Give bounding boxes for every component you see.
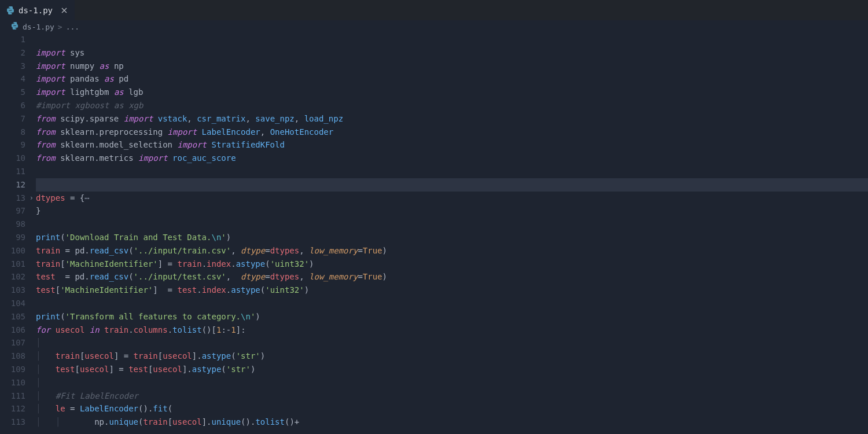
line-number[interactable]: 12 [0,178,25,192]
line-number[interactable]: 106 [0,323,25,337]
code-line[interactable]: dtypes = {⋯ [36,192,868,205]
code-line[interactable] [36,165,868,178]
fold-chevron-icon[interactable]: › [30,192,34,205]
line-number[interactable]: 5 [0,86,25,99]
code-line[interactable]: from sklearn.metrics import roc_auc_scor… [36,152,868,165]
code-line[interactable]: from sklearn.preprocessing import LabelE… [36,126,868,139]
line-number[interactable]: 102 [0,270,25,284]
line-number[interactable]: 1 [0,33,25,46]
line-number[interactable]: 97 [0,204,25,218]
code-line[interactable]: train = pd.read_csv('../input/train.csv'… [36,244,868,258]
code-line[interactable]: │ [36,376,868,389]
code-editor[interactable]: 12345678910111213›9798991001011021031041… [0,33,868,434]
python-icon [6,6,15,15]
breadcrumb-dots: ... [66,23,79,31]
line-number[interactable]: 101 [0,258,25,271]
code-line[interactable]: │ [36,336,868,350]
code-line[interactable] [36,33,868,46]
close-icon[interactable] [60,6,69,15]
line-number[interactable]: 13› [0,192,25,205]
code-line[interactable]: import lightgbm as lgb [36,86,868,99]
code-line[interactable]: │ train[usecol] = train[usecol].astype('… [36,350,868,363]
code-line[interactable]: for usecol in train.columns.tolist()[1:-… [36,323,868,337]
code-line[interactable]: print('Download Train and Test Data.\n') [36,231,868,244]
code-line[interactable]: from scipy.sparse import vstack, csr_mat… [36,112,868,126]
line-number[interactable]: 100 [0,244,25,258]
code-line[interactable]: #import xgboost as xgb [36,99,868,112]
line-number[interactable]: 103 [0,284,25,297]
line-number[interactable]: 107 [0,336,25,350]
code-line[interactable]: import sys [36,46,868,60]
code-line[interactable]: import pandas as pd [36,72,868,86]
line-number[interactable]: 3 [0,60,25,73]
line-number[interactable]: 109 [0,363,25,376]
code-line[interactable]: } [36,204,868,218]
code-line[interactable]: train['MachineIdentifier'] = train.index… [36,258,868,271]
line-number[interactable]: 112 [0,402,25,415]
tab-bar: ds-1.py [0,0,868,20]
code-line[interactable]: print('Transform all features to categor… [36,310,868,323]
code-line[interactable] [36,218,868,231]
line-number[interactable]: 9 [0,138,25,152]
line-number[interactable]: 6 [0,99,25,112]
line-number[interactable]: 104 [0,297,25,310]
code-area[interactable]: import sysimport numpy as npimport panda… [36,33,868,434]
code-line[interactable]: │ test[usecol] = test[usecol].astype('st… [36,363,868,376]
line-number-gutter[interactable]: 12345678910111213›9798991001011021031041… [0,33,36,434]
line-number[interactable]: 10 [0,152,25,165]
code-line[interactable]: test = pd.read_csv('../input/test.csv', … [36,270,868,284]
line-number[interactable]: 98 [0,218,25,231]
chevron-right-icon: > [58,23,62,31]
python-icon [10,21,19,32]
code-line[interactable] [36,297,868,310]
code-line[interactable]: │ le = LabelEncoder().fit( [36,402,868,415]
line-number[interactable]: 108 [0,350,25,363]
breadcrumb[interactable]: ds-1.py > ... [0,20,868,33]
tab-ds1[interactable]: ds-1.py [0,0,75,20]
line-number[interactable]: 2 [0,46,25,60]
line-number[interactable]: 111 [0,389,25,403]
line-number[interactable]: 113 [0,415,25,429]
code-line[interactable]: from sklearn.model_selection import Stra… [36,138,868,152]
line-number[interactable]: 8 [0,126,25,139]
code-line[interactable]: import numpy as np [36,60,868,73]
breadcrumb-file: ds-1.py [23,23,54,31]
code-line[interactable]: │ │ np.unique(train[usecol].unique().tol… [36,415,868,429]
line-number[interactable]: 4 [0,72,25,86]
line-number[interactable]: 7 [0,112,25,126]
code-line[interactable] [36,178,868,192]
line-number[interactable]: 110 [0,376,25,389]
tab-filename: ds-1.py [19,6,53,15]
code-line[interactable]: test['MachineIdentifier'] = test.index.a… [36,284,868,297]
code-line[interactable]: │ #Fit LabelEncoder [36,389,868,403]
line-number[interactable]: 99 [0,231,25,244]
line-number[interactable]: 105 [0,310,25,323]
line-number[interactable]: 11 [0,165,25,178]
